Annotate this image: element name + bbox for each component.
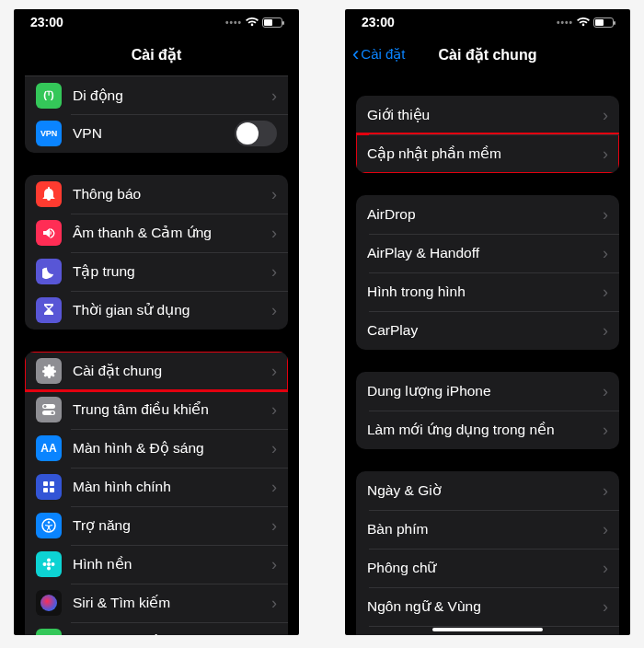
row-pip[interactable]: Hình trong hình › [356, 272, 619, 311]
row-label: Cài đặt chung [73, 363, 268, 379]
chevron-right-icon: › [603, 206, 608, 223]
row-label: Di động [73, 87, 268, 104]
row-airplay[interactable]: AirPlay & Handoff › [356, 234, 619, 272]
row-vpn[interactable]: VPN VPN [25, 114, 288, 153]
row-focus[interactable]: Tập trung › [25, 252, 288, 291]
row-storage[interactable]: Dung lượng iPhone › [356, 372, 619, 411]
chevron-right-icon: › [271, 517, 277, 534]
row-keyboard[interactable]: Bàn phím › [356, 510, 619, 549]
row-label: Tập trung [73, 263, 268, 280]
chevron-left-icon: ‹ [352, 44, 359, 64]
svg-point-3 [52, 411, 54, 414]
row-label: Hình trong hình [367, 284, 599, 300]
row-notifications[interactable]: Thông báo › [25, 175, 288, 214]
row-label: Cập nhật phần mềm [367, 145, 599, 162]
row-carplay[interactable]: CarPlay › [356, 311, 619, 350]
row-label: AirDrop [367, 206, 599, 223]
vpn-icon: VPN [36, 121, 62, 146]
general-content: Giới thiệu › Cập nhật phần mềm › AirDrop… [345, 74, 630, 635]
row-label: CarPlay [367, 322, 599, 339]
row-software-update[interactable]: Cập nhật phần mềm › [356, 134, 619, 173]
row-label: Làm mới ứng dụng trong nền [367, 422, 599, 438]
vpn-toggle[interactable] [235, 121, 277, 146]
chevron-right-icon: › [271, 633, 277, 635]
chevron-right-icon: › [603, 145, 608, 162]
chevron-right-icon: › [603, 521, 608, 538]
cellular-signal-icon: •••• [557, 17, 573, 28]
row-cellular[interactable]: (ᵀ) Di động › [25, 75, 288, 114]
row-label: Trợ năng [73, 517, 268, 534]
row-accessibility[interactable]: Trợ năng › [25, 506, 288, 545]
home-indicator[interactable] [432, 628, 543, 631]
flower-icon [36, 551, 62, 577]
svg-rect-5 [50, 481, 54, 486]
row-bg-refresh[interactable]: Làm mới ứng dụng trong nền › [356, 411, 619, 449]
group-connectivity: (ᵀ) Di động › VPN VPN [25, 75, 288, 153]
wifi-icon [246, 17, 259, 28]
row-sound[interactable]: Âm thanh & Cảm ứng › [25, 214, 288, 252]
group-notifications: Thông báo › Âm thanh & Cảm ứng › Tập tru… [25, 175, 288, 330]
row-general[interactable]: Cài đặt chung › [25, 352, 288, 390]
cellular-signal-icon: •••• [225, 17, 242, 28]
page-title: Cài đặt chung [439, 46, 537, 64]
row-fonts[interactable]: Phông chữ › [356, 549, 619, 587]
battery-icon [262, 17, 282, 28]
row-label: Giới thiệu [367, 107, 599, 123]
group-system: Cài đặt chung › Trung tâm điều khiển › A… [25, 352, 288, 635]
status-time: 23:00 [30, 15, 63, 29]
svg-rect-6 [43, 488, 48, 492]
speaker-icon [36, 220, 62, 246]
toggles-icon [36, 397, 62, 422]
chevron-right-icon: › [271, 363, 277, 379]
chevron-right-icon: › [603, 383, 608, 399]
row-airdrop[interactable]: AirDrop › [356, 195, 619, 234]
phone-general-settings: 23:00 •••• ‹ Cài đặt Cài đặt chung Giới … [345, 9, 630, 635]
row-display[interactable]: AA Màn hình & Độ sáng › [25, 429, 288, 468]
row-about[interactable]: Giới thiệu › [356, 96, 619, 134]
svg-point-11 [47, 559, 51, 562]
nav-bar: ‹ Cài đặt Cài đặt chung [345, 35, 630, 74]
svg-point-14 [52, 562, 55, 566]
row-label: Hình nền [73, 556, 268, 573]
status-indicators: •••• [225, 17, 282, 28]
group-air: AirDrop › AirPlay & Handoff › Hình trong… [356, 195, 619, 350]
battery-icon [593, 17, 614, 28]
chevron-right-icon: › [271, 225, 277, 241]
chevron-right-icon: › [603, 560, 608, 576]
status-indicators: •••• [557, 17, 614, 28]
chevron-right-icon: › [603, 107, 608, 123]
row-label: Màn hình chính [73, 479, 268, 495]
chevron-right-icon: › [271, 263, 277, 280]
row-language[interactable]: Ngôn ngữ & Vùng › [356, 587, 619, 626]
page-title: Cài đặt [132, 46, 181, 64]
apps-grid-icon [36, 474, 62, 500]
back-button[interactable]: ‹ Cài đặt [352, 44, 406, 64]
row-label: Bàn phím [367, 521, 599, 538]
row-siri[interactable]: Siri & Tìm kiếm › [25, 584, 288, 622]
textsize-icon: AA [36, 435, 62, 461]
row-control-center[interactable]: Trung tâm điều khiển › [25, 390, 288, 429]
chevron-right-icon: › [603, 322, 608, 339]
svg-point-9 [48, 521, 50, 523]
chevron-right-icon: › [603, 422, 608, 438]
back-label: Cài đặt [361, 46, 405, 63]
row-date[interactable]: Ngày & Giờ › [356, 471, 619, 510]
moon-icon [36, 259, 62, 284]
cellular-icon: (ᵀ) [36, 83, 62, 109]
row-homescreen[interactable]: Màn hình chính › [25, 468, 288, 506]
row-label: Trung tâm điều khiển [73, 401, 268, 418]
row-wallpaper[interactable]: Hình nền › [25, 545, 288, 584]
chevron-right-icon: › [603, 482, 608, 499]
row-faceid[interactable]: Face ID & Mật mã › [25, 622, 288, 635]
hourglass-icon [36, 297, 62, 323]
nav-bar: Cài đặt [14, 35, 299, 74]
chevron-right-icon: › [271, 87, 277, 104]
chevron-right-icon: › [271, 479, 277, 495]
row-label: AirPlay & Handoff [367, 245, 599, 261]
status-bar: 23:00 •••• [14, 9, 299, 35]
bell-icon [36, 181, 62, 207]
row-screentime[interactable]: Thời gian sử dụng › [25, 291, 288, 330]
accessibility-icon [36, 513, 62, 538]
row-label: VPN [73, 125, 235, 142]
svg-point-13 [43, 562, 47, 566]
